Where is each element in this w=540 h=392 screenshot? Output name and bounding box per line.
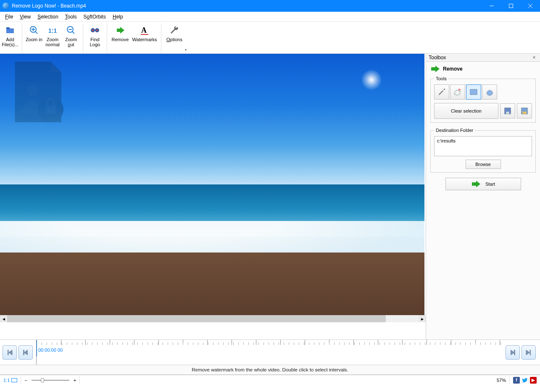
menu-view[interactable]: View	[16, 13, 34, 21]
twitter-icon[interactable]	[522, 377, 528, 384]
destination-fieldset: Destination Folder c:\results Browse	[430, 128, 536, 173]
zoom-in-icon	[29, 25, 39, 35]
title-bar: Remove Logo Now! - Beach.mp4	[0, 0, 540, 12]
maximize-button[interactable]	[501, 0, 521, 12]
load-selection-button[interactable]	[517, 103, 532, 118]
svg-rect-0	[509, 4, 513, 8]
remove-button[interactable]: Remove	[110, 24, 131, 53]
hint-label: Remove watermark from the whole video. D…	[0, 365, 540, 375]
folder-icon	[5, 25, 15, 35]
toolbar-dropdown[interactable]: ▾	[185, 48, 189, 53]
tools-legend: Tools	[434, 76, 448, 81]
timeline-bar: 00:00:00 00	[0, 339, 540, 365]
step-forward-button[interactable]	[506, 345, 520, 360]
arrow-right-icon	[115, 25, 125, 35]
scroll-left-button[interactable]: ◂	[0, 315, 7, 322]
clear-selection-button[interactable]: Clear selection	[434, 103, 498, 119]
arrow-right-icon	[430, 65, 440, 73]
toolbox-close-icon[interactable]: ×	[531, 55, 537, 61]
window-title: Remove Logo Now! - Beach.mp4	[12, 3, 482, 9]
zoom-normal-icon: 1:1	[47, 25, 58, 35]
add-files-button[interactable]: Add File(s)...	[1, 24, 19, 53]
menu-selection[interactable]: Selection	[34, 13, 61, 21]
timeline-ruler[interactable]: 00:00:00 00	[36, 340, 504, 365]
menu-file[interactable]: File	[2, 13, 16, 21]
minimize-button[interactable]	[482, 0, 501, 12]
text-icon: A	[140, 25, 150, 35]
svg-rect-13	[470, 89, 477, 95]
scroll-right-button[interactable]: ▸	[419, 315, 426, 322]
toolbox-section-header: Remove	[426, 62, 540, 76]
wrench-icon	[169, 25, 179, 35]
arrow-right-icon	[471, 180, 481, 188]
zoom-normal-button[interactable]: 1:1 Zoom normal	[43, 24, 62, 53]
zoom-out-button[interactable]: Zoom out	[62, 24, 80, 53]
menu-bar: File View Selection Tools SoftOrbits Hel…	[0, 12, 540, 22]
timecode-label: 00:00:00 00	[38, 347, 63, 353]
scroll-thumb[interactable]	[7, 315, 386, 322]
toolbar: Add File(s)... Zoom in 1:1 Zoom normal Z…	[0, 22, 540, 54]
fit-screen-icon[interactable]	[11, 378, 17, 382]
freeform-select-tool[interactable]	[482, 84, 497, 100]
options-button[interactable]: Options	[164, 24, 185, 53]
zoom-out-icon	[66, 25, 76, 35]
zoom-in-button[interactable]: Zoom in	[25, 24, 43, 53]
browse-button[interactable]: Browse	[466, 160, 501, 169]
find-logo-button[interactable]: Find Logo	[86, 24, 104, 53]
horizontal-scrollbar[interactable]: ◂ ▸	[0, 315, 426, 322]
marker-tool[interactable]	[434, 84, 449, 100]
svg-point-9	[27, 84, 38, 96]
rectangle-select-tool[interactable]	[466, 84, 481, 100]
facebook-icon[interactable]: f	[513, 377, 520, 384]
progress-label: 57%	[493, 375, 510, 385]
svg-rect-17	[24, 350, 24, 355]
file-lock-watermark-icon	[4, 58, 76, 131]
go-start-button[interactable]	[3, 345, 17, 360]
status-bar: 1:1 − + 57% f ▶	[0, 375, 540, 385]
close-button[interactable]	[521, 0, 540, 12]
playhead[interactable]	[37, 340, 37, 356]
svg-point-7	[96, 29, 98, 31]
status-zoom-11[interactable]: 1:1	[3, 378, 10, 383]
svg-text:1:1: 1:1	[48, 27, 57, 34]
tools-fieldset: Tools Clear selection	[430, 76, 536, 123]
svg-rect-11	[46, 105, 56, 113]
destination-legend: Destination Folder	[434, 128, 475, 133]
menu-help[interactable]: Help	[109, 13, 126, 21]
watermarks-button[interactable]: A Watermarks	[131, 24, 158, 53]
app-icon	[3, 3, 9, 9]
binoculars-icon	[90, 25, 100, 35]
svg-rect-18	[514, 350, 515, 355]
start-button[interactable]: Start	[445, 178, 521, 190]
zoom-in-small[interactable]: +	[74, 378, 76, 383]
toolbox-panel: Toolbox × Remove Tools Clear selection D…	[426, 54, 540, 339]
youtube-icon[interactable]: ▶	[530, 377, 537, 384]
svg-text:A: A	[141, 26, 147, 34]
video-viewport: ◂ ▸	[0, 54, 426, 339]
destination-input[interactable]: c:\results	[434, 136, 532, 156]
zoom-slider[interactable]	[32, 380, 69, 381]
menu-softorbits[interactable]: SoftOrbits	[80, 13, 109, 21]
freeform-erase-tool[interactable]	[450, 84, 465, 100]
svg-rect-15	[506, 112, 509, 114]
svg-point-6	[92, 29, 94, 31]
step-back-button[interactable]	[18, 345, 33, 360]
save-selection-button[interactable]	[500, 103, 515, 118]
zoom-out-small[interactable]: −	[24, 378, 27, 383]
go-end-button[interactable]	[522, 345, 536, 360]
toolbox-title: Toolbox	[429, 55, 531, 61]
menu-tools[interactable]: Tools	[62, 13, 80, 21]
video-frame[interactable]	[0, 54, 424, 315]
